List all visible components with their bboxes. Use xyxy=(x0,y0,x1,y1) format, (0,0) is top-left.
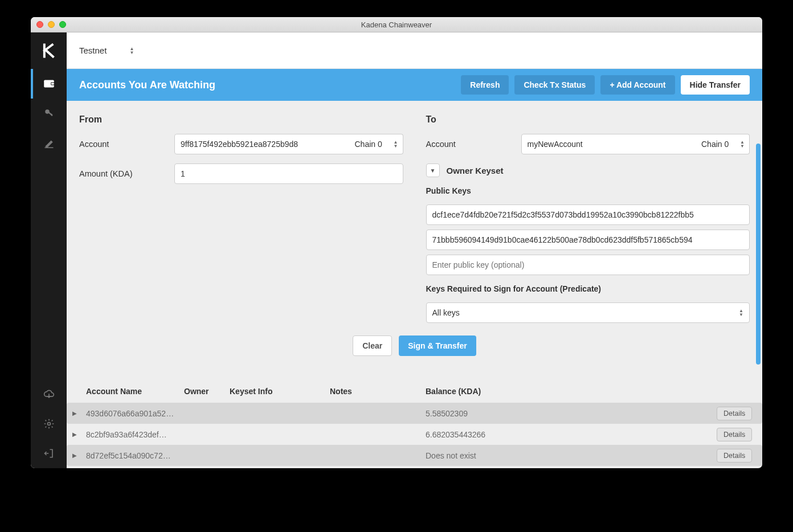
details-button[interactable]: Details xyxy=(717,449,752,463)
col-account-name: Account Name xyxy=(86,387,184,396)
svg-rect-2 xyxy=(51,83,54,84)
sidebar xyxy=(31,32,67,468)
accounts-header: Accounts You Are Watching Refresh Check … xyxy=(67,69,762,101)
table-row: ▶493d6076a66a901a52…5.58502309Details xyxy=(67,403,762,424)
cell-balance: Does not exist xyxy=(426,451,717,460)
expand-row-icon[interactable]: ▶ xyxy=(72,431,86,437)
table-row: ▶8d72ef5c154a090c72…Does not existDetail… xyxy=(67,445,762,466)
owner-keyset-header: ▼ Owner Keyset xyxy=(426,163,750,177)
cell-account-name: 493d6076a66a901a52… xyxy=(86,409,184,418)
hide-transfer-button[interactable]: Hide Transfer xyxy=(681,75,750,95)
details-button[interactable]: Details xyxy=(717,428,752,441)
cell-account-name: 8c2bf9a93a6f423def… xyxy=(86,430,184,439)
logo-k xyxy=(31,32,67,69)
cell-balance: 6.682035443266 xyxy=(426,430,717,439)
network-value: Testnet xyxy=(79,46,107,55)
app-body: Testnet ▲▼ Accounts You Are Watching Ref… xyxy=(31,32,762,468)
stepper-icon: ▲▼ xyxy=(129,47,134,55)
refresh-button[interactable]: Refresh xyxy=(461,75,509,95)
details-button[interactable]: Details xyxy=(717,407,752,420)
expand-row-icon[interactable]: ▶ xyxy=(72,452,86,459)
cell-account-name: 8d72ef5c154a090c72… xyxy=(86,451,184,460)
nav-wallet[interactable] xyxy=(31,69,67,99)
public-keys-label: Public Keys xyxy=(426,186,750,195)
app-window: Kadena Chainweaver xyxy=(31,17,762,468)
svg-point-7 xyxy=(47,423,50,425)
transfer-actions: Clear Sign & Transfer xyxy=(79,335,750,356)
add-account-button[interactable]: + Add Account xyxy=(600,75,675,95)
from-account-input[interactable] xyxy=(174,134,350,154)
window-title: Kadena Chainweaver xyxy=(31,21,762,29)
from-chain-select[interactable]: Chain 0 ▲▼ xyxy=(348,134,403,154)
expand-row-icon[interactable]: ▶ xyxy=(72,410,86,416)
table-header: Account Name Owner Keyset Info Notes Bal… xyxy=(67,380,762,403)
public-key-1[interactable]: dcf1ece7d4fdb20e721f5d2c3f5537d073bdd199… xyxy=(426,204,750,225)
sign-transfer-button[interactable]: Sign & Transfer xyxy=(399,335,476,356)
header-title: Accounts You Are Watching xyxy=(79,79,455,91)
titlebar: Kadena Chainweaver xyxy=(31,17,762,32)
amount-input[interactable] xyxy=(174,163,403,184)
stepper-icon: ▲▼ xyxy=(740,140,745,148)
zoom-window[interactable] xyxy=(59,21,66,28)
svg-rect-6 xyxy=(44,148,53,149)
from-label: From xyxy=(79,114,403,125)
stepper-icon: ▲▼ xyxy=(394,140,398,148)
to-account-label: Account xyxy=(426,140,514,149)
to-label: To xyxy=(426,114,750,125)
predicate-select[interactable]: All keys ▲▼ xyxy=(426,302,750,323)
col-keyset: Keyset Info xyxy=(230,387,330,396)
nav-settings[interactable] xyxy=(31,409,67,439)
col-owner: Owner xyxy=(184,387,230,396)
predicate-label: Keys Required to Sign for Account (Predi… xyxy=(426,284,750,293)
minimize-window[interactable] xyxy=(48,21,55,28)
nav-keys[interactable] xyxy=(31,99,67,128)
amount-label: Amount (KDA) xyxy=(79,169,167,178)
to-column: To Account Chain 0 ▲▼ xyxy=(426,114,750,323)
main-content: Testnet ▲▼ Accounts You Are Watching Ref… xyxy=(67,32,762,468)
transfer-panel: From Account Chain 0 ▲▼ xyxy=(67,101,762,468)
network-select[interactable]: Testnet ▲▼ xyxy=(79,46,134,55)
accounts-table: Account Name Owner Keyset Info Notes Bal… xyxy=(67,380,762,466)
public-key-2[interactable]: 71bbb596094149d91b0cae46122b500ae78db0cd… xyxy=(426,230,750,250)
stepper-icon: ▲▼ xyxy=(739,309,743,317)
from-column: From Account Chain 0 ▲▼ xyxy=(79,114,403,323)
col-notes: Notes xyxy=(330,387,426,396)
collapse-keyset-button[interactable]: ▼ xyxy=(426,163,440,177)
svg-rect-4 xyxy=(48,112,52,116)
check-tx-button[interactable]: Check Tx Status xyxy=(514,75,595,95)
nav-contracts[interactable] xyxy=(31,128,67,158)
nav-logout[interactable] xyxy=(31,439,67,468)
table-row: ▶8c2bf9a93a6f423def…6.682035443266Detail… xyxy=(67,424,762,445)
to-chain-select[interactable]: Chain 0 ▲▼ xyxy=(694,134,750,154)
cell-balance: 5.58502309 xyxy=(426,409,717,418)
topbar: Testnet ▲▼ xyxy=(67,32,762,69)
clear-button[interactable]: Clear xyxy=(353,335,392,356)
from-account-label: Account xyxy=(79,140,167,149)
col-balance: Balance (KDA) xyxy=(426,387,717,396)
to-account-input[interactable] xyxy=(521,134,697,154)
nav-cloud[interactable] xyxy=(31,379,67,409)
public-key-new-input[interactable] xyxy=(426,255,750,275)
vertical-scrollbar[interactable] xyxy=(756,144,761,365)
close-window[interactable] xyxy=(36,21,43,28)
traffic-lights xyxy=(36,21,66,28)
